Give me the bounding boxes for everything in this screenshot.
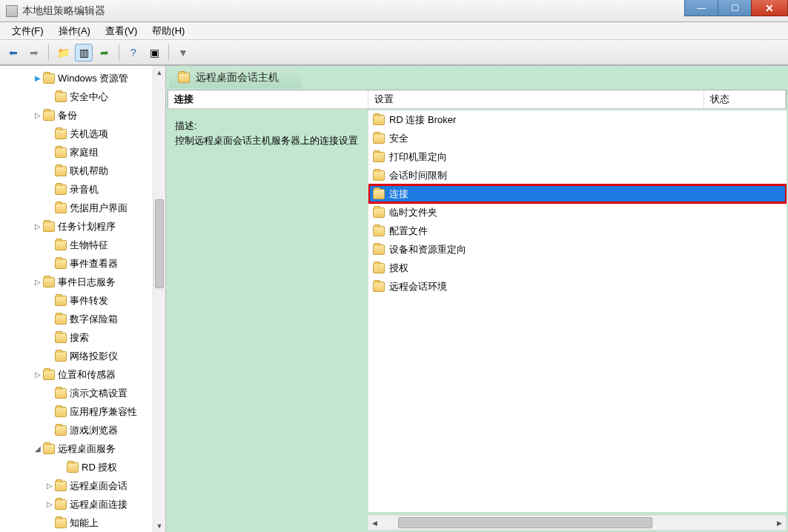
tree-item[interactable]: 事件查看器	[0, 254, 165, 273]
filter-button[interactable]: ▼	[174, 44, 192, 61]
tree-item[interactable]: 数字保险箱	[0, 310, 165, 328]
tree-item[interactable]: ▷位置和传感器	[0, 365, 165, 384]
back-button[interactable]: ⬅	[4, 44, 22, 61]
tree-item[interactable]: ▷事件日志服务	[0, 273, 165, 291]
menu-action[interactable]: 操作(A)	[51, 22, 98, 40]
chevron-icon[interactable]: ▷	[33, 222, 43, 230]
tree-scrollbar[interactable]: ▲ ▼	[153, 66, 165, 532]
tree-item[interactable]: ▷远程桌面会话	[0, 476, 165, 495]
scroll-thumb[interactable]	[155, 199, 164, 288]
chevron-icon[interactable]: ▷	[33, 111, 43, 119]
chevron-icon[interactable]: ▷	[33, 278, 43, 286]
right-pane: 远程桌面会话主机 连接 设置 状态 描述: 控制远程桌面会话主机服务器上的连接设…	[166, 66, 788, 532]
list-item[interactable]: 打印机重定向	[368, 147, 787, 166]
tree-item[interactable]: ▷备份	[0, 106, 165, 124]
tree-item[interactable]: 凭据用户界面	[0, 199, 165, 217]
scroll-up-icon[interactable]: ▲	[153, 66, 165, 79]
folder-icon	[55, 314, 67, 325]
folder-icon	[55, 518, 67, 528]
tree-item[interactable]: ▷远程桌面连接	[0, 495, 165, 513]
chevron-icon[interactable]: ▷	[44, 482, 55, 490]
list-item[interactable]: 远程会话环境	[368, 277, 787, 296]
properties-button[interactable]: ▣	[145, 44, 163, 61]
header-tab[interactable]: 远程桌面会话主机	[169, 67, 301, 88]
list-item[interactable]: 连接	[368, 184, 787, 203]
arrow-right-icon: ➡	[30, 47, 39, 59]
folder-icon	[55, 184, 67, 195]
scroll-left-icon[interactable]: ◀	[368, 519, 381, 527]
tree-item[interactable]: 网络投影仪	[0, 347, 165, 365]
hscroll-spacer	[168, 515, 368, 531]
tree-item[interactable]: 应用程序兼容性	[0, 402, 165, 421]
show-hide-tree-button[interactable]: ▥	[75, 44, 93, 61]
up-button[interactable]: 📁	[54, 44, 72, 61]
folder-icon	[43, 73, 55, 84]
hscroll-track[interactable]: ◀ ▶	[368, 515, 787, 531]
tree-item[interactable]: 演示文稿设置	[0, 384, 165, 402]
export-button[interactable]: ➦	[96, 44, 113, 61]
tree-item[interactable]: 生物特征	[0, 236, 165, 254]
folder-icon	[373, 189, 385, 199]
tree-item[interactable]: 联机帮助	[0, 162, 165, 180]
tree-item[interactable]: ▶Windows 资源管	[0, 69, 165, 87]
column-c[interactable]: 状态	[704, 90, 786, 108]
folder-icon	[55, 499, 67, 510]
tree-item[interactable]: 事件转发	[0, 291, 165, 310]
help-button[interactable]: ?	[125, 44, 142, 61]
list-item[interactable]: 授权	[368, 259, 787, 277]
tree-item-label: 录音机	[70, 183, 99, 196]
tree-item[interactable]: 录音机	[0, 180, 165, 199]
maximize-button[interactable]: ☐	[718, 0, 752, 16]
forward-button[interactable]: ➡	[25, 44, 43, 61]
desc-heading: 描述:	[175, 119, 360, 133]
folder-icon	[55, 407, 67, 417]
chevron-icon[interactable]: ▷	[33, 370, 43, 379]
scroll-right-icon[interactable]: ▶	[773, 519, 786, 527]
tree-item[interactable]: 游戏浏览器	[0, 421, 165, 439]
folder-icon	[55, 129, 67, 139]
folder-icon	[373, 245, 385, 255]
folder-icon	[55, 425, 67, 436]
tree-item[interactable]: ▷任务计划程序	[0, 217, 165, 236]
tree-item-label: RD 授权	[82, 461, 117, 474]
scroll-down-icon[interactable]: ▼	[153, 519, 165, 532]
list-item[interactable]: 设备和资源重定向	[368, 240, 787, 259]
chevron-icon[interactable]: ◢	[33, 445, 43, 453]
list-item[interactable]: 配置文件	[368, 222, 787, 240]
tree-item[interactable]: 安全中心	[0, 87, 165, 106]
close-button[interactable]: ✕	[751, 0, 788, 16]
tree-item[interactable]: 关机选项	[0, 124, 165, 143]
list-item[interactable]: RD 连接 Broker	[368, 110, 787, 129]
folder-icon	[373, 152, 385, 162]
hscroll-wrap: ◀ ▶	[168, 515, 787, 531]
list-item[interactable]: 安全	[368, 129, 787, 147]
tree-item-label: 关机选项	[70, 127, 108, 141]
header-tab-row: 远程桌面会话主机	[166, 66, 788, 88]
tree-item[interactable]: 家庭组	[0, 143, 165, 162]
list-item-label: 设备和资源重定向	[389, 243, 466, 256]
tree-item-label: 联机帮助	[70, 164, 108, 178]
menu-file[interactable]: 文件(F)	[4, 22, 51, 40]
panel-icon: ▥	[79, 47, 89, 59]
tree-item-label: 知能上	[70, 516, 99, 530]
minimize-button[interactable]: —	[684, 0, 718, 16]
list-item[interactable]: 临时文件夹	[368, 203, 787, 222]
folder-icon	[178, 73, 190, 83]
export-icon: ➦	[100, 47, 109, 59]
tree-item-label: 家庭组	[70, 146, 99, 159]
column-a[interactable]: 连接	[168, 90, 368, 108]
hscroll-thumb[interactable]	[398, 517, 652, 528]
tree-item[interactable]: ◢远程桌面服务	[0, 439, 165, 458]
column-b[interactable]: 设置	[368, 90, 704, 108]
tree-item-label: 备份	[58, 109, 77, 122]
menu-help[interactable]: 帮助(H)	[145, 22, 192, 40]
tree-item[interactable]: 搜索	[0, 328, 165, 347]
tree-item[interactable]: 知能上	[0, 513, 165, 532]
tree-item[interactable]: RD 授权	[0, 458, 165, 476]
folder-up-icon: 📁	[57, 47, 70, 59]
funnel-icon: ▼	[178, 47, 188, 59]
chevron-icon[interactable]: ▷	[44, 500, 55, 508]
menu-view[interactable]: 查看(V)	[98, 22, 145, 40]
list-item[interactable]: 会话时间限制	[368, 166, 787, 184]
chevron-icon[interactable]: ▶	[33, 74, 43, 82]
